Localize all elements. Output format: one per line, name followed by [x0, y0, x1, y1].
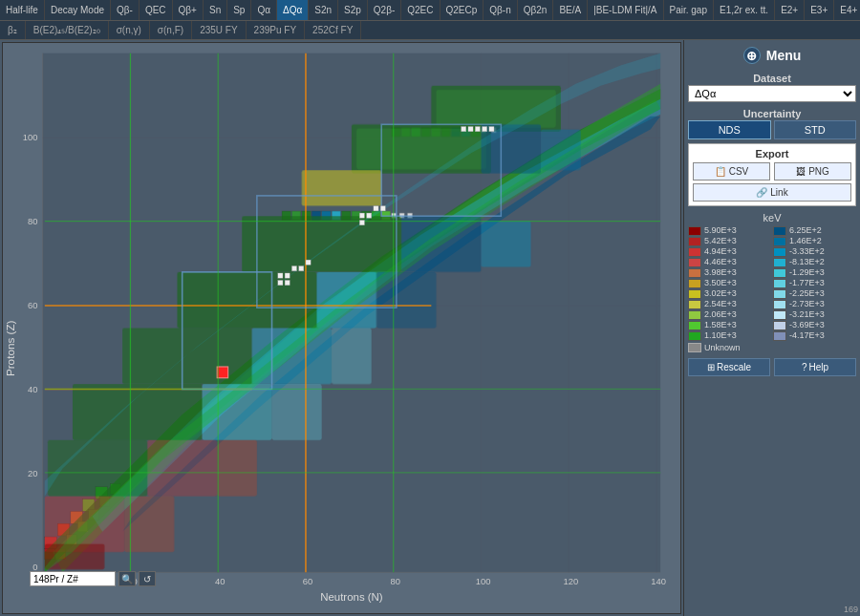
- link-export-button[interactable]: 🔗 Link: [693, 183, 851, 202]
- dataset-dropdown[interactable]: ΔQα AME2020 NUBASE2020: [688, 85, 856, 102]
- plus-icon: ⊕: [746, 49, 757, 63]
- tab-q2beta[interactable]: Q2β-: [368, 0, 401, 20]
- svg-text:20: 20: [28, 468, 37, 478]
- toolbar-row2: β₂ B(E2)₄₅/B(E2)₂₀ σ(n,γ) σ(n,F) 235U FY…: [0, 21, 860, 40]
- legend-neg-color-1: [773, 226, 786, 236]
- legend-unknown-row: Unknown: [688, 343, 856, 352]
- search-button[interactable]: 🔍: [118, 571, 136, 586]
- right-panel: ⊕ Menu Dataset ΔQα AME2020 NUBASE2020 Un…: [683, 40, 860, 616]
- png-export-button[interactable]: 🖼 PNG: [774, 162, 851, 181]
- tab-e4plus[interactable]: E4+: [834, 0, 860, 20]
- svg-text:Protons (Z): Protons (Z): [6, 320, 17, 376]
- export-title: Export: [693, 148, 851, 159]
- legend-value-6: 3.50E+3: [704, 278, 737, 288]
- chart-area[interactable]: Nucleus THEL 2812.4 ε= 100.00% 4.92E+2 +…: [2, 42, 681, 614]
- legend-neg-color-4: [773, 258, 786, 267]
- csv-label: CSV: [729, 166, 749, 177]
- link-icon: 🔗: [756, 187, 767, 198]
- svg-text:80: 80: [391, 576, 400, 586]
- svg-rect-112: [278, 280, 283, 285]
- svg-text:60: 60: [303, 576, 312, 586]
- tab-e1[interactable]: E1,2r ex. tt.: [714, 0, 775, 20]
- tab-sp[interactable]: Sp: [227, 0, 251, 20]
- svg-rect-102: [359, 213, 364, 218]
- export-section: Export 📋 CSV 🖼 PNG 🔗 Link: [688, 143, 856, 206]
- tab-239pu-fy[interactable]: 239Pu FY: [247, 21, 305, 39]
- tab-be2ratio[interactable]: B(E2)₄₅/B(E2)₂₀: [26, 21, 109, 39]
- uncertainty-label: Uncertainty: [688, 108, 856, 119]
- svg-rect-67: [177, 272, 316, 329]
- tab-sn[interactable]: Sn: [204, 0, 227, 20]
- uncertainty-buttons: NDS STD: [688, 120, 856, 139]
- tab-sigma-ng[interactable]: σ(n,γ): [109, 21, 150, 39]
- tab-decay-mode[interactable]: Decay Mode: [45, 0, 111, 20]
- tab-235u-fy[interactable]: 235U FY: [192, 21, 246, 39]
- legend-neg-color-8: [773, 300, 786, 309]
- legend-color-10: [688, 321, 701, 330]
- help-button[interactable]: ? Help: [774, 358, 856, 376]
- tab-beta2[interactable]: β₂: [0, 21, 26, 39]
- tab-s2n[interactable]: S2n: [309, 0, 338, 20]
- tab-qa[interactable]: Qα: [251, 0, 277, 20]
- export-buttons-row: 📋 CSV 🖼 PNG: [693, 162, 851, 181]
- svg-rect-108: [285, 273, 290, 278]
- tab-sigma-nf[interactable]: σ(n,F): [150, 21, 192, 39]
- rescale-icon: ⊞: [707, 362, 715, 372]
- legend-neg-color-10: [773, 321, 786, 330]
- std-button[interactable]: STD: [774, 120, 857, 139]
- tab-qb2n[interactable]: Qβ2n: [518, 0, 554, 20]
- legend-neg-color-11: [773, 331, 786, 341]
- tab-qbn[interactable]: Qβ-n: [484, 0, 517, 20]
- legend-entry-3: 4.94E+3: [688, 246, 771, 257]
- tab-q2ec[interactable]: Q2EC: [401, 0, 440, 20]
- svg-rect-109: [291, 266, 296, 270]
- nds-button[interactable]: NDS: [688, 120, 771, 139]
- svg-text:60: 60: [28, 300, 37, 310]
- legend-entry-6: 3.50E+3: [688, 278, 771, 288]
- toolbar-row1: Half-life Decay Mode Qβ- QEC Qβ+ Sn Sp Q…: [0, 0, 860, 21]
- legend-neg-entry-3: -3.33E+2: [773, 246, 856, 257]
- tab-pair-gap[interactable]: Pair. gap: [664, 0, 714, 20]
- legend-neg-entry-11: -4.17E+3: [773, 330, 856, 341]
- legend-color-3: [688, 247, 701, 257]
- tab-252cf-fy[interactable]: 252Cf FY: [305, 21, 361, 39]
- legend-entry-11: 1.10E+3: [688, 330, 771, 341]
- menu-expand-button[interactable]: ⊕: [743, 47, 761, 64]
- svg-rect-99: [475, 126, 480, 131]
- legend-neg-value-11: -4.17E+3: [789, 330, 825, 341]
- tab-bea[interactable]: BE/A: [553, 0, 588, 20]
- tab-dqa[interactable]: ΔQα: [277, 0, 309, 20]
- svg-rect-80: [124, 496, 174, 552]
- unknown-color-swatch: [688, 343, 701, 352]
- csv-icon: 📋: [715, 166, 726, 177]
- svg-rect-97: [462, 126, 466, 131]
- tab-half-life[interactable]: Half-life: [0, 0, 45, 20]
- csv-export-button[interactable]: 📋 CSV: [693, 162, 770, 181]
- tab-e3plus[interactable]: E3+: [805, 0, 834, 20]
- svg-rect-110: [299, 266, 304, 270]
- legend-entry-5: 3.98E+3: [688, 267, 771, 278]
- legend-color-11: [688, 331, 701, 341]
- tab-beldm[interactable]: |BE-LDM Fit|/A: [588, 0, 663, 20]
- rescale-button[interactable]: ⊞ Rescale: [688, 358, 770, 376]
- tab-qec[interactable]: QEC: [140, 0, 173, 20]
- nucleus-search-input[interactable]: [30, 571, 116, 586]
- tab-qbeta-minus[interactable]: Qβ-: [111, 0, 140, 20]
- svg-rect-104: [374, 206, 378, 211]
- tab-q2ecp[interactable]: Q2ECp: [441, 0, 484, 20]
- svg-rect-113: [285, 280, 290, 285]
- legend-neg-entry-2: 1.46E+2: [773, 236, 856, 246]
- reset-button[interactable]: ↺: [139, 571, 156, 586]
- legend-neg-color-5: [773, 268, 786, 278]
- legend-value-10: 1.58E+3: [704, 320, 737, 330]
- legend-value-3: 4.94E+3: [704, 246, 737, 257]
- tab-qbeta-plus[interactable]: Qβ+: [173, 0, 204, 20]
- tab-s2p[interactable]: S2p: [338, 0, 368, 20]
- dataset-section: Dataset ΔQα AME2020 NUBASE2020: [688, 71, 856, 102]
- main-content: Nucleus THEL 2812.4 ε= 100.00% 4.92E+2 +…: [0, 40, 860, 616]
- legend-neg-entry-4: -8.13E+2: [773, 257, 856, 267]
- tab-e2plus[interactable]: E2+: [775, 0, 805, 20]
- legend-neg-value-9: -3.21E+3: [789, 309, 825, 320]
- legend-entry-4: 4.46E+3: [688, 257, 771, 267]
- legend-neg-value-10: -3.69E+3: [789, 320, 825, 330]
